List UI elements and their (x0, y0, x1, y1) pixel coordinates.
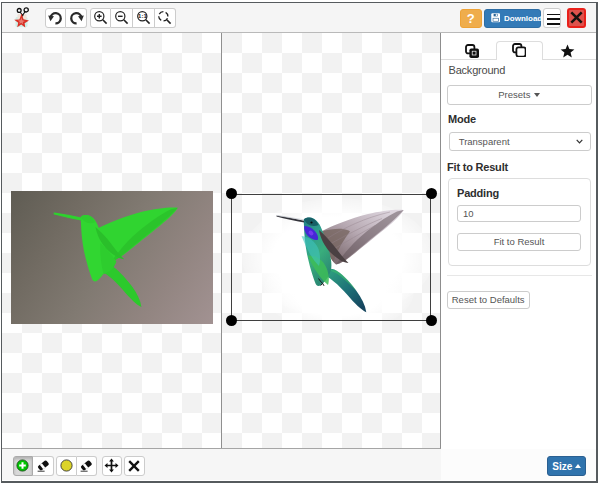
svg-text:1:1: 1:1 (138, 14, 147, 20)
